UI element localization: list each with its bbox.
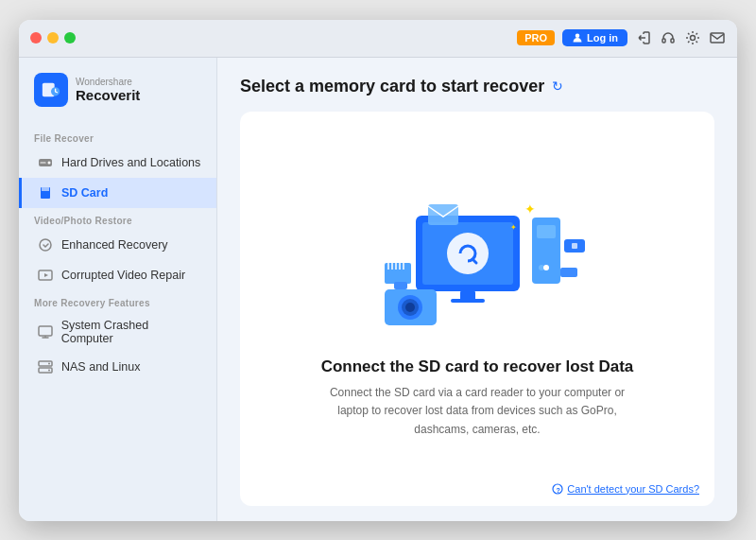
sidebar-item-system-crashed[interactable]: System Crashed Computer (19, 312, 216, 352)
sd-card-icon (37, 184, 54, 201)
svg-rect-2 (671, 39, 674, 43)
content-area: Select a memory card to start recover ↻ (217, 58, 737, 521)
sidebar-item-corrupted-video[interactable]: Corrupted Video Repair (19, 260, 216, 290)
svg-rect-17 (39, 326, 52, 336)
user-icon (572, 32, 583, 44)
headphone-icon[interactable] (660, 29, 677, 46)
signin-icon[interactable] (635, 29, 652, 46)
enhanced-recovery-icon (37, 236, 54, 253)
sidebar-item-sd-card-label: SD Card (61, 186, 108, 200)
svg-rect-46 (394, 282, 407, 289)
sidebar-item-hard-drives[interactable]: Hard Drives and Locations (19, 148, 216, 178)
mail-icon[interactable] (709, 29, 726, 46)
sidebar-item-hard-drives-label: Hard Drives and Locations (61, 156, 200, 169)
corrupted-video-icon (37, 267, 54, 284)
card-description: Connect the SD card via a card reader to… (317, 384, 638, 439)
svg-rect-47 (428, 204, 458, 225)
brand-logo (41, 79, 61, 100)
svg-point-32 (543, 265, 549, 270)
svg-point-23 (48, 369, 50, 371)
illustration: ✦ ✦ (364, 178, 591, 339)
main-card: ✦ ✦ Connect the SD card to recover lost … (240, 112, 714, 506)
brand: Wondershare Recoverit (19, 73, 216, 126)
titlebar-actions: PRO Log in (517, 29, 726, 46)
svg-rect-4 (711, 33, 724, 43)
sidebar-item-enhanced-recovery[interactable]: Enhanced Recovery (19, 230, 216, 260)
main-layout: Wondershare Recoverit File Recover Hard … (19, 58, 737, 521)
question-icon: ? (552, 483, 563, 495)
system-crashed-icon (37, 323, 54, 340)
brand-sub: Wondershare (76, 77, 140, 87)
sidebar-item-nas-linux[interactable]: NAS and Linux (19, 352, 216, 382)
svg-point-26 (447, 233, 489, 274)
pro-badge: PRO (517, 30, 555, 45)
login-button[interactable]: Log in (562, 29, 627, 46)
card-title: Connect the SD card to recover lost Data (321, 357, 634, 376)
cant-detect-link[interactable]: ? Can't detect your SD Cards? (552, 483, 699, 495)
sidebar-item-system-crashed-label: System Crashed Computer (61, 319, 201, 345)
sidebar-item-nas-linux-label: NAS and Linux (61, 360, 140, 374)
svg-rect-1 (662, 39, 665, 43)
svg-text:✦: ✦ (510, 223, 517, 232)
svg-point-45 (405, 303, 415, 312)
more-features-section-label: More Recovery Features (19, 290, 216, 312)
traffic-lights (30, 32, 76, 44)
minimize-button[interactable] (47, 32, 59, 44)
svg-rect-30 (537, 225, 556, 238)
svg-rect-34 (572, 243, 577, 249)
maximize-button[interactable] (64, 32, 76, 44)
svg-point-15 (40, 239, 51, 251)
svg-rect-35 (560, 268, 577, 277)
svg-point-0 (576, 34, 580, 39)
titlebar: PRO Log in (19, 20, 737, 58)
svg-text:?: ? (557, 486, 560, 493)
sidebar-item-sd-card[interactable]: SD Card (19, 178, 216, 208)
sidebar-item-corrupted-video-label: Corrupted Video Repair (61, 269, 185, 282)
content-header: Select a memory card to start recover ↻ (240, 77, 714, 96)
sidebar-item-enhanced-recovery-label: Enhanced Recovery (61, 238, 168, 252)
svg-point-3 (691, 36, 696, 41)
svg-rect-28 (451, 299, 485, 303)
svg-point-8 (48, 161, 51, 164)
file-recover-section-label: File Recover (19, 126, 216, 148)
settings-icon[interactable] (684, 29, 701, 46)
brand-name: Recoverit (76, 87, 140, 103)
video-photo-section-label: Video/Photo Restore (19, 208, 216, 230)
svg-text:✦: ✦ (524, 201, 536, 217)
sidebar: Wondershare Recoverit File Recover Hard … (19, 58, 217, 521)
svg-point-22 (48, 362, 50, 364)
nas-linux-icon (37, 358, 54, 375)
brand-text: Wondershare Recoverit (76, 77, 140, 103)
page-title: Select a memory card to start recover (240, 77, 544, 96)
brand-icon (34, 73, 68, 107)
hard-drive-icon (37, 154, 54, 171)
close-button[interactable] (30, 32, 42, 44)
refresh-icon[interactable]: ↻ (552, 78, 563, 94)
app-window: PRO Log in (19, 20, 737, 521)
